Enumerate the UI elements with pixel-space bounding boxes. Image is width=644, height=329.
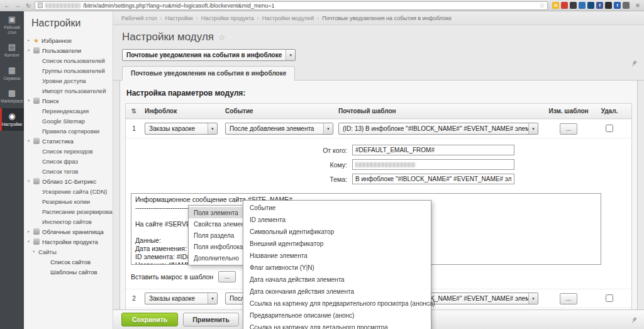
rail-item-content[interactable]: ▤ Контент: [0, 39, 24, 62]
extension-icon[interactable]: [587, 2, 594, 9]
from-input[interactable]: [352, 145, 514, 155]
extension-icon[interactable]: G: [552, 2, 559, 9]
rail-item-desktop[interactable]: ▣ Рабочий стол: [0, 11, 24, 39]
insert-macro-button[interactable]: ...: [218, 271, 236, 282]
subject-input[interactable]: [352, 174, 514, 184]
sidebar-item-favorites[interactable]: ▸ ★ Избранное: [24, 35, 113, 45]
sidebar-item-cdn[interactable]: Ускорение сайта (CDN): [24, 186, 113, 196]
submenu-item[interactable]: Ссылка на картинку для предварительного …: [243, 298, 431, 309]
menu-item-section-fields[interactable]: Поля раздела ▸: [189, 230, 252, 241]
section-title: Настройка параметров модуля:: [120, 81, 637, 103]
edit-template-button[interactable]: ...: [560, 293, 577, 304]
edit-template-button[interactable]: ...: [560, 123, 577, 135]
rail-item-services[interactable]: ▦ Сервисы: [0, 62, 24, 86]
sidebar-item-search[interactable]: ▾ Поиск: [24, 96, 113, 106]
module-select[interactable]: Почтовые уведомления на события в инфобл…: [122, 49, 296, 61]
url-bar[interactable]: /bitrix/admin/settings.php?lang=ru&mid=l…: [35, 1, 548, 10]
submenu-item[interactable]: Дата окончания действия элемента: [243, 286, 431, 298]
sidebar-item-users[interactable]: ▾ Пользователи: [24, 45, 113, 55]
iblock-select[interactable]: Заказы караоке ▼: [145, 293, 218, 304]
sidebar-item-backup-schedule[interactable]: Расписание резервирования: [24, 206, 113, 216]
submenu-item[interactable]: Предварительное описание (анонс): [243, 309, 431, 321]
delete-checkbox[interactable]: [606, 294, 613, 302]
sidebar-item-cloud[interactable]: ▾ Облако 1С-Битрикс: [24, 176, 113, 186]
add-favorite-star-icon[interactable]: ☆: [218, 33, 226, 42]
macro-label: Вставить макрос в шаблон: [131, 273, 213, 281]
forward-button[interactable]: →: [13, 3, 22, 9]
sidebar-item-access-levels[interactable]: Уровни доступа: [24, 75, 113, 86]
extension-icons: G f f: [550, 2, 632, 9]
delete-checkbox[interactable]: [606, 125, 613, 132]
submenu-item[interactable]: Символьный идентификатор: [243, 226, 431, 238]
extension-icon[interactable]: [561, 2, 568, 9]
submenu-item[interactable]: Ссылка на картинку для детального просмо…: [243, 321, 431, 329]
sidebar-item-user-groups[interactable]: Группы пользователей: [24, 65, 113, 75]
extension-icon[interactable]: f: [596, 2, 603, 9]
iblock-select[interactable]: Заказы караоке ▼: [145, 123, 218, 135]
breadcrumb-item[interactable]: Настройки модулей: [262, 15, 314, 21]
browser-menu-icon[interactable]: ≡: [634, 2, 641, 9]
row-number: 1: [126, 125, 142, 132]
chevron-down-icon: ▾: [28, 138, 33, 143]
sidebar-item-sort-rules[interactable]: Правила сортировки: [24, 126, 113, 136]
sidebar-item-phrases[interactable]: Список фраз: [24, 156, 113, 166]
extension-icon[interactable]: [605, 2, 612, 9]
template-select[interactable]: (ID: 13) В инфоблоке "#IBLOCK_NAME#" #EV…: [338, 123, 538, 135]
sort-anchor-icon: ⇅: [131, 108, 136, 114]
col-template: Почтовый шаблон: [336, 108, 543, 114]
sidebar-item-statistics[interactable]: ▾ Статистика: [24, 136, 113, 146]
menu-item-element-properties[interactable]: Свойства элемента ▸: [189, 218, 252, 230]
rail-item-marketplace[interactable]: ▩ Marketplace: [0, 85, 24, 108]
sidebar-item-backups[interactable]: Резервные копии: [24, 196, 113, 206]
submenu-item[interactable]: ID элемента: [243, 214, 431, 226]
submenu-item[interactable]: Флаг активности (Y|N): [243, 262, 431, 274]
bookmark-star-icon[interactable]: ☆: [539, 2, 545, 9]
menu-item-element-fields[interactable]: Поля элемента ▸: [189, 207, 252, 218]
submenu-item[interactable]: Дата начала действия элемента: [243, 274, 431, 286]
tab-bar: Почтовые уведомления на события в инфобл…: [113, 65, 644, 81]
chevron-down-icon: ▾: [28, 239, 33, 244]
save-button[interactable]: Сохранить: [121, 313, 178, 326]
search-icon: [33, 98, 40, 104]
sidebar-item-site-templates[interactable]: Шаблоны сайтов: [24, 267, 113, 277]
extension-icon[interactable]: [579, 2, 586, 9]
extension-icon[interactable]: [570, 2, 577, 9]
menu-item-iblock-fields[interactable]: Поля инфоблока ▸: [189, 241, 252, 252]
chevron-down-icon: ▼: [208, 123, 217, 134]
col-delete: Удал.: [594, 108, 625, 114]
menu-item-additional[interactable]: Дополнительно ▸: [189, 252, 252, 264]
sidebar-item-tags[interactable]: Список тегов: [24, 166, 113, 176]
sidebar-item-user-list[interactable]: Список пользователей: [24, 55, 113, 65]
submenu-item[interactable]: Название элемента: [243, 250, 431, 262]
refresh-icon[interactable]: ↻: [24, 3, 33, 9]
breadcrumb-item[interactable]: Настройки продукта: [201, 15, 254, 21]
storage-icon: [33, 228, 40, 235]
star-icon: ★: [33, 37, 39, 44]
sidebar-item-product-settings[interactable]: ▾ Настройки продукта: [24, 237, 113, 247]
rail-item-settings[interactable]: ◉ Настройки: [0, 108, 24, 131]
submenu-item[interactable]: Внешний идентификатор: [243, 238, 431, 250]
sidebar-title: Настройки: [24, 11, 113, 35]
cloud-icon: [33, 178, 40, 184]
submenu-item[interactable]: Событие: [243, 202, 431, 214]
sidebar-item-google-sitemap[interactable]: Google Sitemap: [24, 116, 113, 126]
extension-icon[interactable]: [623, 2, 630, 9]
breadcrumb-item[interactable]: Рабочий стол: [121, 15, 157, 21]
sidebar-item-reindex[interactable]: Переиндексация: [24, 106, 113, 116]
sidebar-item-site-list[interactable]: Список сайтов: [24, 257, 113, 267]
sidebar-item-user-import[interactable]: Импорт пользователей: [24, 86, 113, 96]
tab-mail-events[interactable]: Почтовые уведомления на события в инфобл…: [122, 66, 295, 81]
from-label: От кого:: [131, 147, 352, 154]
breadcrumb-item[interactable]: Настройки: [165, 15, 193, 21]
page-title: Настройки модуля: [122, 31, 214, 43]
sidebar-item-site-inspector[interactable]: Инспектор сайтов: [24, 216, 113, 226]
sidebar-item-sites[interactable]: ▾ Сайты: [24, 247, 113, 257]
sidebar-item-transitions[interactable]: Список переходов: [24, 146, 113, 156]
sidebar-item-cloud-storage[interactable]: ▸ Облачные хранилища: [24, 226, 113, 237]
apply-button[interactable]: Применить: [183, 313, 238, 326]
back-button[interactable]: ←: [3, 3, 11, 9]
extension-icon[interactable]: f: [614, 2, 621, 9]
to-input[interactable]: [352, 159, 514, 170]
event-select[interactable]: После добавления элемента ▼: [225, 123, 333, 135]
settings-sidebar: Настройки ▸ ★ Избранное ▾ Пользователи С…: [24, 11, 113, 329]
